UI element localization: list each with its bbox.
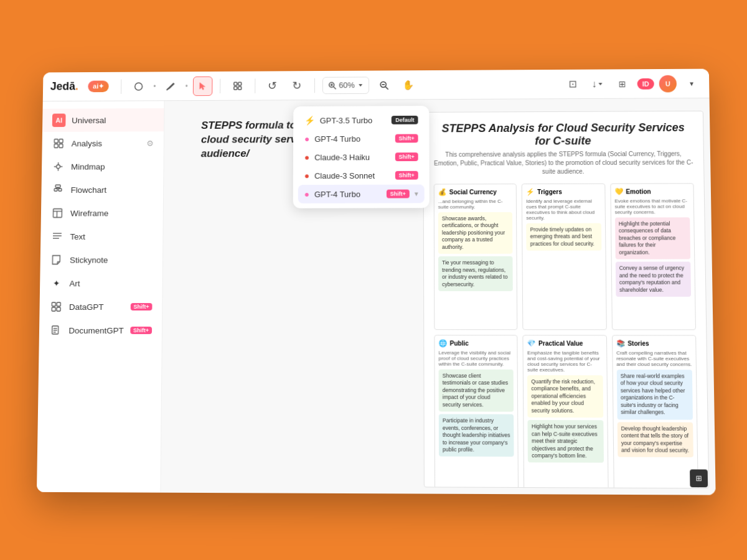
sidebar-item-art[interactable]: ✦ Art: [40, 271, 162, 295]
sidebar-label-universal: Universal: [72, 115, 154, 124]
emotion-cards: Highlight the potential consequences of …: [615, 217, 691, 297]
toolbar: Jedā. ai✦ • •: [43, 69, 710, 102]
zoom-out-button[interactable]: [374, 75, 394, 95]
wireframe-icon: [51, 207, 65, 220]
card-strategic: Highlight how your services can help C-s…: [528, 420, 604, 463]
svg-rect-24: [59, 189, 62, 191]
practical-title: Practical Value: [538, 340, 583, 347]
sidebar-label-text: Text: [70, 231, 153, 241]
triggers-desc: Identify and leverage external cues that…: [526, 198, 601, 221]
card-consequences: Highlight the potential consequences of …: [615, 217, 691, 259]
section-triggers: ⚡ Triggers Identify and leverage externa…: [522, 184, 606, 330]
svg-rect-5: [238, 86, 241, 90]
redo-button[interactable]: ↻: [287, 75, 307, 95]
svg-rect-28: [53, 209, 62, 218]
sidebar-item-flowchart[interactable]: Flowchart: [41, 178, 163, 202]
mini-map-icon[interactable]: ⊞: [690, 469, 708, 487]
user-avatar[interactable]: U: [659, 75, 677, 92]
card-timely-updates: Provide timely updates on emerging threa…: [527, 223, 602, 251]
share-button[interactable]: ⊞: [612, 74, 632, 94]
svg-rect-23: [54, 189, 57, 191]
triggers-title: Triggers: [537, 189, 562, 195]
id-badge[interactable]: ID: [637, 78, 654, 89]
model-item-claude3-haiku[interactable]: ● Claude-3 Haiku Shift+: [298, 147, 425, 166]
shape-tool-button[interactable]: [228, 76, 248, 95]
svg-rect-38: [52, 307, 55, 311]
analysis-title: STEPPS Analysis for Cloud Security Servi…: [433, 121, 693, 148]
sidebar-item-datagpt[interactable]: DataGPT Shift+: [39, 295, 162, 319]
model-item-gpt35[interactable]: ⚡ GPT-3.5 Turbo Default: [298, 111, 424, 129]
dot-separator-2: •: [186, 82, 188, 90]
sidebar-item-analysis[interactable]: Analysis ⚙: [42, 131, 164, 155]
svg-line-11: [385, 86, 388, 90]
user-menu-button[interactable]: ▾: [682, 73, 702, 93]
public-cards: Showcase client testimonials or case stu…: [439, 369, 514, 457]
social-currency-cards: Showcase awards, certifications, or thou…: [438, 212, 513, 291]
public-emoji: 🌐: [438, 339, 447, 347]
triggers-emoji: ⚡: [526, 188, 535, 196]
sidebar-label-wireframe: Wireframe: [70, 208, 153, 218]
canvas-area[interactable]: STEPPS formula to the promotion of cloud…: [161, 98, 715, 495]
stories-emoji: 📚: [616, 339, 625, 347]
sidebar-label-analysis: Analysis: [72, 139, 141, 148]
svg-rect-14: [59, 139, 63, 143]
model-item-gpt4turbo[interactable]: ● GPT-4 Turbo Shift+ ▾: [298, 185, 425, 203]
sidebar: AI Universal Analysis ⚙: [37, 101, 165, 492]
card-urgency: Convey a sense of urgency and the need t…: [615, 262, 691, 297]
undo-button[interactable]: ↺: [263, 76, 283, 95]
sidebar-item-text[interactable]: Text: [40, 225, 163, 248]
pan-tool-button[interactable]: ✋: [398, 75, 418, 95]
social-currency-desc: ...and belonging within the C-suite comm…: [438, 198, 513, 210]
text-icon: [50, 230, 64, 243]
screenshot-button[interactable]: ⊡: [562, 74, 582, 94]
section-header-practical: 💎 Practical Value: [527, 339, 603, 347]
pen-tool-button[interactable]: [161, 77, 181, 96]
public-title: Public: [450, 340, 469, 347]
analysis-subtitle: This comprehensive analysis applies the …: [434, 150, 694, 177]
model-item-gpt4[interactable]: ● GPT-4 Turbo Shift+: [298, 129, 425, 148]
download-button[interactable]: ↓: [587, 74, 607, 94]
section-header-public: 🌐 Public: [438, 339, 513, 347]
zoom-level: 60%: [339, 80, 355, 90]
circle-tool-button[interactable]: [129, 77, 149, 96]
sidebar-label-flowchart: Flowchart: [71, 185, 154, 194]
gpt4turbo-name: GPT-4 Turbo: [314, 189, 382, 198]
dot-separator: •: [153, 82, 156, 91]
emotion-desc: Evoke emotions that motivate C-suite exe…: [614, 198, 690, 215]
card-industry-events: Participate in industry events, conferen…: [439, 414, 514, 457]
section-header-social: 💰 Social Currency: [438, 188, 512, 196]
settings-icon[interactable]: ⚙: [146, 139, 154, 148]
section-public: 🌐 Public Leverage the visibility and soc…: [434, 335, 519, 488]
sidebar-item-mindmap[interactable]: Mindmap: [42, 155, 164, 179]
claude-sonnet-icon: ●: [304, 170, 309, 180]
practical-desc: Emphasize the tangible benefits and cost…: [527, 350, 603, 373]
ai-badge[interactable]: ai✦: [88, 81, 109, 93]
section-emotion: 💛 Emotion Evoke emotions that motivate C…: [610, 183, 696, 330]
card-thought-leadership: Develop thought leadership content that …: [617, 422, 693, 457]
art-icon: ✦: [50, 276, 63, 290]
svg-rect-2: [233, 82, 237, 85]
card-real-world: Share real-world examples of how your cl…: [616, 370, 693, 419]
sidebar-label-datagpt: DataGPT: [69, 302, 125, 312]
svg-rect-13: [54, 139, 58, 143]
social-currency-emoji: 💰: [438, 188, 447, 196]
stories-cards: Share real-world examples of how your cl…: [616, 370, 693, 458]
model-item-claude3-sonnet[interactable]: ● Claude-3 Sonnet Shift+: [298, 166, 425, 185]
zoom-control[interactable]: 60%: [322, 77, 369, 94]
sidebar-item-stickynote[interactable]: Stickynote: [40, 248, 163, 272]
sidebar-item-universal[interactable]: AI Universal: [42, 108, 164, 132]
sidebar-item-wireframe[interactable]: Wireframe: [41, 201, 163, 225]
cursor-tool-button[interactable]: [192, 76, 212, 95]
analysis-frame: STEPPS Analysis for Cloud Security Servi…: [423, 111, 709, 488]
svg-point-0: [135, 83, 143, 90]
toolbar-separator-3: [255, 78, 255, 93]
main-area: AI Universal Analysis ⚙: [37, 98, 716, 495]
gpt4turbo-icon: ●: [304, 189, 309, 199]
gpt4turbo-badge: Shift+: [387, 190, 410, 198]
claude-sonnet-name: Claude-3 Sonnet: [314, 170, 390, 180]
sidebar-item-documentgpt[interactable]: DocumentGPT Shift+: [39, 319, 162, 342]
stepps-grid: 💰 Social Currency ...and belonging withi…: [434, 183, 698, 488]
sidebar-label-stickynote: Stickynote: [70, 255, 153, 264]
claude-haiku-name: Claude-3 Haiku: [314, 152, 390, 162]
chevron-down-icon: ▾: [415, 190, 418, 198]
